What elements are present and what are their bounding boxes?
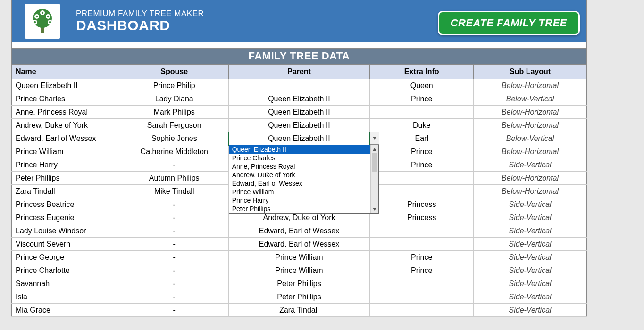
cell-parent[interactable]: Queen Elizabeth IIQueen Elizabeth IIPrin… (228, 132, 370, 145)
cell-spouse[interactable]: - (120, 238, 228, 251)
cell-parent[interactable]: Prince William (228, 251, 370, 264)
cell-extra[interactable]: Prince (370, 145, 474, 158)
dropdown-option[interactable]: Anne, Princess Royal (229, 162, 370, 171)
cell-name[interactable]: Prince Harry (12, 158, 120, 172)
cell-spouse[interactable]: - (120, 211, 228, 224)
cell-name[interactable]: Zara Tindall (12, 185, 120, 198)
dropdown-toggle-button[interactable] (370, 132, 379, 145)
scroll-down-icon[interactable] (371, 205, 378, 213)
cell-name[interactable]: Queen Elizabeth II (12, 79, 120, 92)
cell-layout[interactable]: Side-Vertical (474, 277, 587, 290)
cell-layout[interactable]: Below-Horizontal (474, 106, 587, 119)
cell-spouse[interactable]: Mike Tindall (120, 185, 228, 198)
cell-extra[interactable]: Duke (370, 119, 474, 132)
cell-parent[interactable]: Queen Elizabeth II (228, 106, 370, 119)
cell-name[interactable]: Prince Charles (12, 92, 120, 106)
cell-spouse[interactable]: - (120, 158, 228, 172)
cell-spouse[interactable]: Catherine Middleton (120, 145, 228, 158)
cell-spouse[interactable]: - (120, 198, 228, 211)
cell-spouse[interactable]: Prince Philip (120, 79, 228, 92)
cell-layout[interactable]: Side-Vertical (474, 224, 587, 238)
cell-name[interactable]: Princess Eugenie (12, 211, 120, 224)
cell-extra[interactable]: Prince (370, 158, 474, 172)
cell-extra[interactable]: Queen (370, 79, 474, 92)
cell-spouse[interactable]: - (120, 224, 228, 238)
cell-name[interactable]: Mia Grace (12, 304, 120, 317)
dropdown-option[interactable]: Prince William (229, 188, 370, 196)
cell-layout[interactable]: Side-Vertical (474, 290, 587, 304)
cell-extra[interactable] (370, 224, 474, 238)
cell-spouse[interactable]: - (120, 264, 228, 277)
cell-name[interactable]: Peter Phillips (12, 172, 120, 185)
cell-parent[interactable]: Edward, Earl of Wessex (228, 238, 370, 251)
cell-layout[interactable]: Side-Vertical (474, 198, 587, 211)
cell-layout[interactable]: Side-Vertical (474, 238, 587, 251)
dropdown-scrollbar[interactable] (370, 145, 378, 213)
cell-layout[interactable]: Side-Vertical (474, 251, 587, 264)
cell-layout[interactable]: Below-Vertical (474, 92, 587, 106)
cell-extra[interactable]: Princess (370, 198, 474, 211)
cell-layout[interactable]: Side-Vertical (474, 158, 587, 172)
cell-name[interactable]: Prince George (12, 251, 120, 264)
cell-extra[interactable] (370, 172, 474, 185)
cell-extra[interactable] (370, 238, 474, 251)
table-row: Isla-Peter PhillipsSide-Vertical (12, 290, 587, 304)
dropdown-option[interactable]: Edward, Earl of Wessex (229, 179, 370, 188)
cell-name[interactable]: Princess Beatrice (12, 198, 120, 211)
cell-spouse[interactable]: Lady Diana (120, 92, 228, 106)
dropdown-option[interactable]: Queen Elizabeth II (229, 145, 370, 154)
cell-extra[interactable] (370, 185, 474, 198)
cell-parent[interactable]: Peter Phillips (228, 290, 370, 304)
dropdown-option[interactable]: Prince Harry (229, 196, 370, 205)
cell-spouse[interactable]: Autumn Philips (120, 172, 228, 185)
cell-layout[interactable]: Below-Horizontal (474, 185, 587, 198)
cell-parent[interactable]: Peter Phillips (228, 277, 370, 290)
cell-spouse[interactable]: - (120, 277, 228, 290)
cell-spouse[interactable]: - (120, 290, 228, 304)
cell-extra[interactable] (370, 304, 474, 317)
create-family-tree-button[interactable]: CREATE FAMILY TREE (438, 11, 580, 35)
cell-layout[interactable]: Below-Horizontal (474, 172, 587, 185)
cell-name[interactable]: Prince Charlotte (12, 264, 120, 277)
cell-layout[interactable]: Below-Horizontal (474, 119, 587, 132)
cell-name[interactable]: Anne, Princess Royal (12, 106, 120, 119)
cell-extra[interactable]: Prince (370, 264, 474, 277)
cell-parent[interactable]: Zara Tindall (228, 304, 370, 317)
cell-spouse[interactable]: - (120, 251, 228, 264)
cell-layout[interactable]: Side-Vertical (474, 264, 587, 277)
cell-spouse[interactable]: Mark Philips (120, 106, 228, 119)
cell-extra[interactable]: Earl (370, 132, 474, 145)
dropdown-option[interactable]: Peter Phillips (229, 205, 370, 213)
cell-name[interactable]: Andrew, Duke of York (12, 119, 120, 132)
cell-layout[interactable]: Below-Horizontal (474, 79, 587, 92)
cell-parent[interactable]: Queen Elizabeth II (228, 92, 370, 106)
cell-extra[interactable] (370, 277, 474, 290)
cell-name[interactable]: Prince William (12, 145, 120, 158)
cell-parent[interactable]: Queen Elizabeth II (228, 119, 370, 132)
cell-spouse[interactable]: Sarah Ferguson (120, 119, 228, 132)
dropdown-option[interactable]: Prince Charles (229, 154, 370, 162)
cell-parent[interactable]: Prince William (228, 264, 370, 277)
cell-extra[interactable]: Prince (370, 92, 474, 106)
cell-parent[interactable]: Edward, Earl of Wessex (228, 224, 370, 238)
cell-extra[interactable]: Prince (370, 251, 474, 264)
cell-name[interactable]: Viscount Severn (12, 238, 120, 251)
scroll-thumb[interactable] (372, 153, 377, 172)
cell-name[interactable]: Lady Louise Windsor (12, 224, 120, 238)
cell-spouse[interactable]: - (120, 304, 228, 317)
cell-parent[interactable] (228, 79, 370, 92)
dropdown-option[interactable]: Andrew, Duke of York (229, 171, 370, 179)
scroll-up-icon[interactable] (371, 145, 378, 153)
cell-extra[interactable] (370, 290, 474, 304)
cell-layout[interactable]: Below-Vertical (474, 132, 587, 145)
cell-name[interactable]: Edward, Earl of Wessex (12, 132, 120, 145)
cell-extra[interactable]: Princess (370, 211, 474, 224)
cell-layout[interactable]: Side-Vertical (474, 211, 587, 224)
cell-layout[interactable]: Below-Horizontal (474, 145, 587, 158)
cell-spouse[interactable]: Sophie Jones (120, 132, 228, 145)
cell-name[interactable]: Savannah (12, 277, 120, 290)
cell-layout[interactable]: Side-Vertical (474, 304, 587, 317)
cell-name[interactable]: Isla (12, 290, 120, 304)
parent-dropdown[interactable]: Queen Elizabeth IIPrince CharlesAnne, Pr… (229, 145, 379, 214)
cell-extra[interactable] (370, 106, 474, 119)
